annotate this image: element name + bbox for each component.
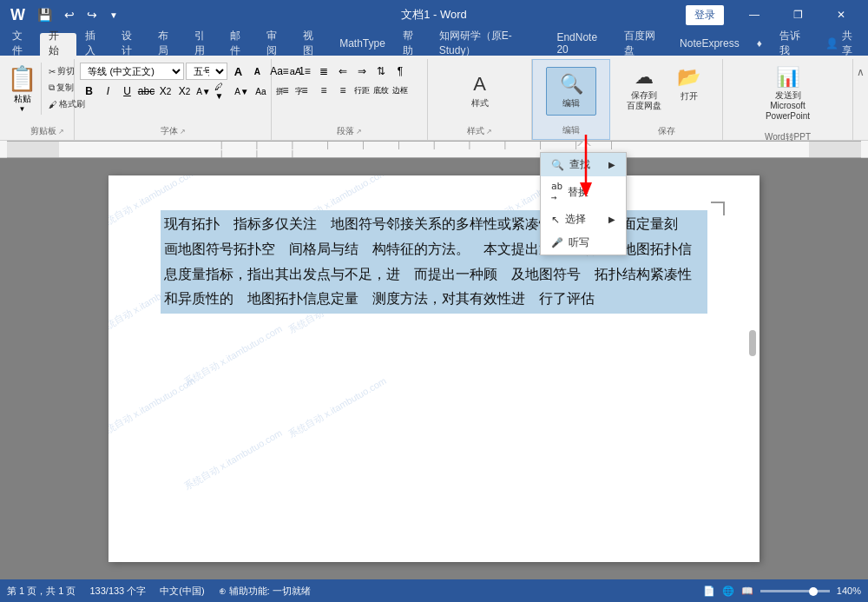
document-container[interactable]: 系统自动 x.itambutuo.com 系统自动 x.itambutuo.co…	[0, 158, 868, 579]
tab-mathtype[interactable]: MathType	[331, 33, 394, 56]
align-left-button[interactable]: ≡	[277, 82, 294, 99]
restore-button[interactable]: ❐	[778, 0, 818, 30]
save-icon[interactable]: 💾	[34, 6, 56, 23]
word2ppt-button[interactable]: 📊 发送到Microsoft PowerPoint	[758, 63, 819, 125]
paste-label: 粘贴	[14, 93, 31, 105]
tab-zhiwang[interactable]: 知网研学（原E-Study）	[431, 33, 549, 56]
tab-file[interactable]: 文件	[3, 33, 40, 56]
paragraph-group-label: 段落 ↗	[277, 122, 422, 140]
zoom-slider[interactable]	[760, 590, 830, 592]
select-menu-item[interactable]: ↖ 选择 ▶	[541, 208, 626, 231]
increase-font-button[interactable]: A	[229, 63, 247, 80]
tab-references[interactable]: 引用	[186, 33, 222, 56]
styles-group-label: 样式 ↗	[433, 122, 526, 140]
status-right: 📄 🌐 📖 140%	[703, 585, 861, 597]
sort-button[interactable]: ⇅	[372, 63, 390, 80]
tab-review[interactable]: 审阅	[258, 33, 294, 56]
increase-indent-button[interactable]: ⇒	[353, 63, 371, 80]
minimize-button[interactable]: —	[734, 0, 774, 30]
tab-insert[interactable]: 插入	[76, 33, 113, 56]
word2ppt-label: 发送到Microsoft PowerPoint	[760, 90, 817, 122]
find-menu-item[interactable]: 🔍 查找 ▶	[541, 153, 626, 176]
vertical-scroll-handle[interactable]	[749, 330, 756, 356]
text-highlight-button[interactable]: 🖊▼	[214, 83, 231, 100]
font-name-select[interactable]: 等线 (中文正文)	[80, 63, 184, 80]
undo-icon[interactable]: ↩	[61, 6, 78, 23]
page-status-text: 第 1 页，共 1 页	[7, 585, 76, 598]
fill-color-button[interactable]: 底纹	[372, 82, 390, 99]
styles-expand-icon[interactable]: ↗	[486, 128, 492, 136]
login-button[interactable]: 登录	[686, 5, 724, 25]
underline-button[interactable]: U	[118, 83, 135, 100]
cut-icon: ✂	[49, 67, 56, 76]
bold-button[interactable]: B	[80, 83, 97, 100]
tab-view[interactable]: 视图	[294, 33, 331, 56]
replace-menu-item[interactable]: ab→ 替换	[541, 176, 626, 208]
tab-home[interactable]: 开始	[40, 33, 76, 56]
redo-icon[interactable]: ↪	[83, 6, 101, 23]
show-marks-button[interactable]: ¶	[391, 63, 409, 80]
zoom-thumb[interactable]	[809, 587, 818, 596]
tab-tellme[interactable]: 告诉我	[771, 33, 817, 56]
dictation-icon: 🎤	[551, 237, 563, 248]
italic-button[interactable]: I	[99, 83, 116, 100]
word2ppt-group: 📊 发送到Microsoft PowerPoint Word转PPT	[723, 59, 853, 140]
paragraph-group: ≡ 1≡ ≣ ⇐ ⇒ ⇅ ¶ ≡ ≡ ≡ ≡ 行距 底纹 边框 段落 ↗	[272, 59, 428, 140]
layout-normal-icon[interactable]: 📄	[703, 585, 715, 597]
ribbon-collapse-button[interactable]: ∧	[853, 59, 868, 140]
find-label: 查找	[569, 157, 590, 172]
close-button[interactable]: ✕	[821, 0, 861, 30]
accessibility-status[interactable]: ⊕ 辅助功能: 一切就绪	[219, 585, 311, 598]
paragraph-expand-icon[interactable]: ↗	[356, 128, 362, 136]
font-expand-icon[interactable]: ↗	[180, 128, 186, 136]
lang-status[interactable]: 中文(中国)	[160, 585, 204, 598]
styles-button[interactable]: A 样式	[459, 69, 501, 113]
list-ordered-button[interactable]: 1≡	[296, 63, 313, 80]
subscript-button[interactable]: X2	[156, 83, 174, 100]
accessibility-text: ⊕ 辅助功能: 一切就绪	[219, 585, 311, 598]
editing-dropdown-menu: 🔍 查找 ▶ ab→ 替换 ↖ 选择 ▶ 🎤 听写	[540, 152, 627, 255]
superscript-button[interactable]: X2	[175, 83, 193, 100]
decrease-indent-button[interactable]: ⇐	[334, 63, 352, 80]
justify-button[interactable]: ≡	[334, 82, 352, 99]
paste-button[interactable]: 📋 粘贴 ▼	[3, 63, 42, 115]
tab-layout[interactable]: 布局	[149, 33, 186, 56]
page-status: 第 1 页，共 1 页	[7, 585, 76, 598]
align-center-button[interactable]: ≡	[296, 82, 313, 99]
strikethrough-button[interactable]: abc	[137, 83, 155, 100]
editing-group: 🔍 编辑 编辑	[532, 59, 610, 140]
layout-read-icon[interactable]: 📖	[741, 585, 753, 597]
save-to-baidu-button[interactable]: ☁ 保存到百度网盘	[623, 63, 665, 115]
list-multilevel-button[interactable]: ≣	[315, 63, 332, 80]
font-color-button[interactable]: A▼	[194, 83, 212, 100]
clipboard-expand-icon[interactable]: ↗	[58, 128, 64, 136]
tab-diamond[interactable]: ♦	[748, 33, 771, 56]
tab-mailings[interactable]: 邮件	[221, 33, 258, 56]
tab-noteexpress[interactable]: NoteExpress	[671, 33, 748, 56]
editing-button[interactable]: 🔍 编辑	[546, 67, 596, 116]
layout-web-icon[interactable]: 🌐	[722, 585, 734, 597]
window-title: 文档1 - Word	[401, 7, 467, 23]
borders-button[interactable]: 边框	[391, 82, 409, 99]
ribbon: 📋 粘贴 ▼ ✂ 剪切 ⧉ 复制 🖌 格式刷	[0, 56, 868, 141]
open-label: 打开	[681, 90, 698, 103]
select-icon: ↖	[551, 214, 560, 226]
open-button[interactable]: 📂 打开	[668, 63, 710, 106]
list-unordered-button[interactable]: ≡	[277, 63, 294, 80]
tab-design[interactable]: 设计	[113, 33, 149, 56]
font-bg-button[interactable]: A▼	[233, 83, 250, 100]
tab-baidu[interactable]: 百度网盘	[615, 33, 671, 56]
customize-icon[interactable]: ▼	[106, 9, 122, 22]
font-size-select[interactable]: 五号	[186, 63, 227, 80]
dictation-menu-item[interactable]: 🎤 听写	[541, 231, 626, 255]
replace-label: 替换	[568, 185, 589, 200]
styles-group: A 样式 样式 ↗	[428, 59, 532, 140]
tab-share[interactable]: 👤共享	[817, 33, 868, 56]
align-right-button[interactable]: ≡	[315, 82, 332, 99]
decrease-font-button[interactable]: A	[248, 63, 266, 80]
line-spacing-button[interactable]: 行距	[353, 82, 371, 99]
aa-button[interactable]: Aa	[252, 83, 269, 100]
tab-endnote[interactable]: EndNote 20	[548, 33, 615, 56]
word-logo-icon: W	[7, 4, 29, 26]
tab-help[interactable]: 帮助	[394, 33, 431, 56]
